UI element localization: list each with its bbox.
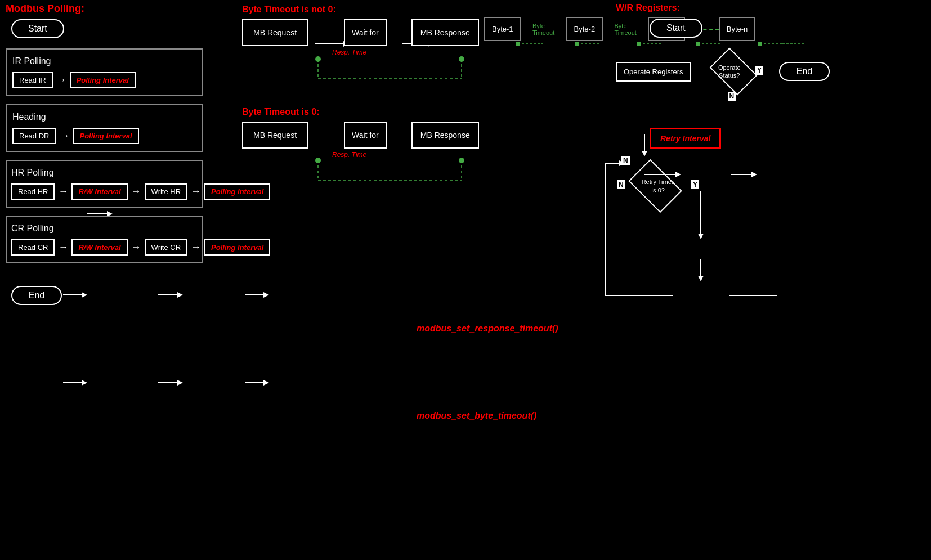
response-timeout-fn: modbus_set_response_timeout() (417, 324, 558, 334)
resp-time-bot: Resp. Time (332, 151, 366, 159)
hr-polling-flow: Read HR → R/W Interval → Write HR → Poll… (11, 183, 197, 200)
read-hr-box: Read HR (11, 183, 55, 200)
byte-timeout-0-title: Byte Timeout is 0: (242, 107, 479, 117)
heading-polling-interval: Polling Interval (73, 128, 138, 144)
heading-flow: Read DR → Polling Interval (12, 128, 196, 144)
svg-marker-9 (263, 292, 269, 298)
modbus-polling-title: Modbus Polling: (6, 3, 203, 15)
byte-timeout-not0-section: Byte Timeout is not 0: MB Request Wait f… (242, 5, 479, 65)
byte-timeout-not0-title: Byte Timeout is not 0: (242, 5, 479, 15)
ir-polling-flow: Read IR → Polling Interval (12, 72, 196, 88)
hr-polling-box: HR Polling Read HR → R/W Interval → Writ… (6, 160, 203, 208)
byte-timeout-fn: modbus_set_byte_timeout() (417, 411, 536, 421)
arrow-hr3: → (191, 186, 201, 198)
n-label-retry-times: N (617, 180, 625, 189)
heading-box: Heading Read DR → Polling Interval (6, 104, 203, 152)
ir-polling-title: IR Polling (12, 56, 196, 66)
cr-polling-flow: Read CR → R/W Interval → Write CR → Poll… (11, 239, 197, 256)
ir-polling-interval: Polling Interval (70, 72, 136, 88)
write-hr-box: Write HR (145, 183, 187, 200)
arrow-ir: → (56, 74, 66, 86)
resp-time-top: Resp. Time (332, 48, 366, 56)
byte-timeout-0-section: Byte Timeout is 0: MB Request Wait for M… (242, 107, 479, 168)
cr-rw-interval: R/W Interval (71, 239, 127, 256)
y-label-retry-times: Y (691, 180, 699, 189)
byte-timeout-label1: ByteTimeout (532, 23, 554, 36)
mb-response-box-top: MB Response (411, 19, 479, 46)
byte2-box: Byte-2 (566, 17, 603, 41)
read-cr-box: Read CR (11, 239, 55, 256)
svg-marker-13 (177, 380, 183, 386)
cr-polling-interval: Polling Interval (204, 239, 270, 256)
hr-rw-interval: R/W Interval (71, 183, 127, 200)
svg-point-30 (516, 42, 520, 46)
svg-marker-50 (698, 276, 704, 281)
wr-registers-panel: W/R Registers: Start Operate Registers O… (616, 3, 830, 204)
arrow-cr2: → (131, 241, 141, 253)
end-oval: End (11, 286, 62, 305)
n-label-operate: N (728, 92, 736, 101)
arrow-dr: → (59, 130, 69, 142)
cr-polling-box: CR Polling Read CR → R/W Interval → Writ… (6, 216, 203, 263)
n-label-retry: N (621, 156, 630, 165)
read-ir-box: Read IR (12, 72, 53, 88)
operate-registers-box: Operate Registers (616, 62, 691, 82)
retry-times-label: Retry TimesIs 0? (642, 178, 675, 194)
wr-end-oval: End (779, 62, 830, 81)
ir-polling-box: IR Polling Read IR → Polling Interval (6, 48, 203, 96)
hr-polling-interval: Polling Interval (204, 183, 270, 200)
wr-title: W/R Registers: (616, 3, 830, 13)
operate-status-label: OperateStatus? (718, 64, 741, 80)
svg-marker-15 (263, 380, 269, 386)
svg-marker-48 (698, 234, 704, 239)
cr-polling-title: CR Polling (11, 223, 197, 234)
read-dr-box: Read DR (12, 128, 56, 144)
arrow-hr2: → (131, 186, 141, 198)
arrow-cr3: → (191, 241, 201, 253)
retry-interval-box: Retry Interval (650, 128, 721, 149)
start-oval: Start (11, 19, 64, 38)
svg-point-32 (575, 42, 579, 46)
y-label-operate: Y (755, 66, 763, 75)
heading-title: Heading (12, 112, 196, 122)
mb-response-box-bot: MB Response (411, 122, 479, 149)
hr-polling-title: HR Polling (11, 168, 197, 178)
mb-request-box-top: MB Request (242, 19, 308, 46)
mb-request-box-bot: MB Request (242, 122, 308, 149)
arrow-cr1: → (58, 241, 68, 253)
left-panel: Modbus Polling: Start IR Polling Read IR… (6, 3, 203, 305)
wr-start-oval: Start (650, 19, 702, 38)
write-cr-box: Write CR (145, 239, 187, 256)
svg-marker-11 (82, 380, 87, 386)
wait-for-box-top: Wait for (344, 19, 387, 46)
byte1-box: Byte-1 (484, 17, 521, 41)
arrow-hr1: → (58, 186, 68, 198)
wait-for-box-bot: Wait for (344, 122, 387, 149)
